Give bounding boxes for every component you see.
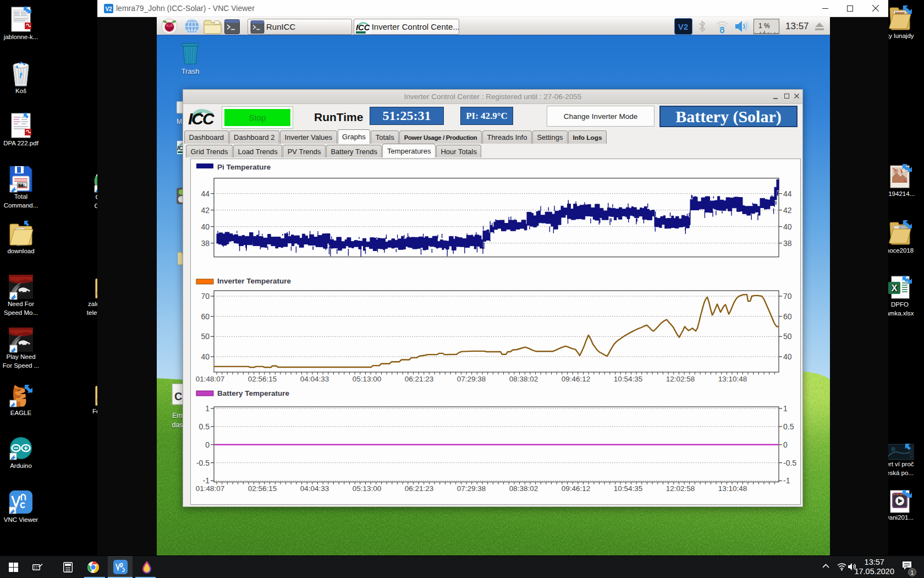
svg-text:40: 40 — [201, 352, 210, 361]
svg-text:13:10:48: 13:10:48 — [718, 375, 747, 383]
svg-text:10:54:35: 10:54:35 — [614, 484, 643, 493]
svg-text:64:: 64: — [18, 183, 26, 188]
svg-text:38: 38 — [783, 239, 792, 248]
svg-text:07:29:38: 07:29:38 — [457, 375, 486, 383]
svg-text:C: C — [174, 390, 182, 402]
svg-text:44: 44 — [783, 189, 792, 198]
svg-text:ICC: ICC — [356, 23, 370, 32]
svg-text:V2: V2 — [678, 22, 688, 31]
svg-text:05:13:00: 05:13:00 — [353, 484, 382, 493]
svg-text:04:04:33: 04:04:33 — [300, 375, 329, 383]
svg-text:1: 1 — [205, 404, 210, 413]
svg-text:0.5: 0.5 — [199, 422, 210, 431]
svg-text:70: 70 — [783, 292, 792, 301]
svg-text:Pi Temperature: Pi Temperature — [217, 163, 271, 171]
svg-text:10:54:35: 10:54:35 — [614, 375, 643, 383]
svg-text:01:48:07: 01:48:07 — [196, 484, 225, 493]
svg-text:50: 50 — [783, 332, 792, 341]
svg-text:44: 44 — [201, 189, 210, 198]
svg-text:09:46:12: 09:46:12 — [562, 375, 591, 383]
svg-text:06:21:23: 06:21:23 — [405, 375, 434, 383]
svg-text:42: 42 — [201, 206, 210, 215]
svg-text:08:38:02: 08:38:02 — [509, 375, 538, 383]
svg-text:08:38:02: 08:38:02 — [509, 484, 538, 493]
svg-text:Inverter Temperature: Inverter Temperature — [217, 277, 292, 285]
svg-text:04:04:33: 04:04:33 — [300, 484, 329, 493]
svg-text:50: 50 — [201, 332, 210, 341]
svg-text:13:10:48: 13:10:48 — [718, 484, 747, 493]
svg-text:60: 60 — [201, 312, 210, 321]
svg-text:X: X — [892, 283, 898, 293]
svg-text:40: 40 — [783, 222, 792, 231]
svg-text:0.5: 0.5 — [783, 422, 794, 431]
svg-text:12:02:58: 12:02:58 — [666, 375, 695, 383]
svg-text:-0.5: -0.5 — [783, 459, 796, 467]
svg-text:38: 38 — [201, 239, 210, 248]
svg-text:1: 1 — [783, 404, 788, 413]
svg-text:06:21:23: 06:21:23 — [405, 484, 434, 493]
svg-text:09:46:12: 09:46:12 — [562, 484, 591, 493]
svg-text:-1: -1 — [783, 476, 790, 485]
svg-text:Battery Temperature: Battery Temperature — [217, 389, 290, 397]
svg-text:V2: V2 — [105, 6, 112, 12]
svg-text:07:29:38: 07:29:38 — [457, 484, 486, 493]
svg-text:0: 0 — [205, 440, 210, 449]
svg-text:12:02:58: 12:02:58 — [666, 484, 695, 493]
svg-text:05:13:00: 05:13:00 — [353, 375, 382, 383]
svg-text:60: 60 — [783, 312, 792, 321]
svg-text:0: 0 — [783, 440, 788, 449]
svg-text:40: 40 — [201, 222, 210, 231]
svg-text:ICC: ICC — [188, 110, 215, 127]
svg-text:-0.5: -0.5 — [196, 459, 210, 467]
svg-text:40: 40 — [783, 352, 792, 361]
svg-text:02:56:15: 02:56:15 — [248, 484, 277, 493]
svg-text:02:56:15: 02:56:15 — [248, 375, 277, 383]
svg-text:42: 42 — [783, 206, 792, 215]
svg-text:01:48:07: 01:48:07 — [196, 375, 225, 383]
svg-text:70: 70 — [201, 292, 210, 301]
